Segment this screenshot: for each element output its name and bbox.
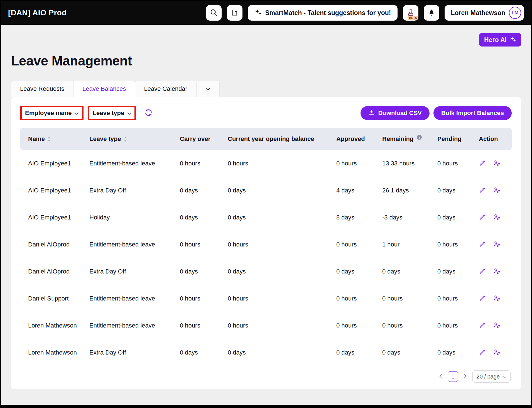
cell-remaining: 0 hours — [382, 322, 437, 329]
labs-button[interactable]: BETA — [403, 5, 418, 21]
cell-employee-name: Daniel AIOprod — [20, 241, 89, 248]
refresh-button[interactable] — [144, 108, 153, 118]
column-label: Pending — [437, 135, 462, 143]
adjust-user-balance-button[interactable] — [493, 295, 500, 302]
notifications-button[interactable] — [424, 5, 439, 21]
user-edit-icon — [493, 349, 500, 356]
hero-ai-row: Hero AI — [11, 25, 521, 47]
pencil-icon — [479, 268, 486, 275]
tab-leave-requests[interactable]: Leave Requests — [11, 80, 73, 97]
chevron-right-icon — [464, 374, 467, 379]
adjust-user-balance-button[interactable] — [493, 214, 500, 221]
smartmatch-banner-button[interactable]: SmartMatch - Talent suggestions for you! — [248, 5, 398, 21]
cell-employee-name: Daniel Support — [20, 295, 89, 302]
cell-opening-balance: 0 days — [228, 268, 336, 275]
cell-opening-balance: 0 days — [228, 187, 336, 194]
edit-balance-button[interactable] — [479, 160, 486, 167]
edit-balance-button[interactable] — [479, 241, 486, 248]
pencil-icon — [479, 322, 486, 329]
download-csv-button[interactable]: Download CSV — [361, 106, 430, 120]
cell-remaining: -3 days — [382, 214, 437, 221]
annotation-highlight-employee-name: Employee name — [20, 106, 84, 120]
edit-balance-button[interactable] — [479, 295, 486, 302]
cell-pending: 0 hours — [437, 241, 479, 248]
cell-leave-type: Entitlement-based leave — [89, 241, 180, 248]
adjust-user-balance-button[interactable] — [493, 268, 500, 275]
cell-action — [479, 295, 512, 302]
adjust-user-balance-button[interactable] — [493, 187, 500, 194]
employee-name-filter-dropdown[interactable]: Employee name — [25, 109, 79, 117]
cell-leave-type: Entitlement-based leave — [89, 160, 180, 167]
pagination: 1 20 / page — [20, 370, 512, 383]
bulk-import-balances-button[interactable]: Bulk Import Balances — [433, 106, 512, 120]
tab-leave-balances[interactable]: Leave Balances — [73, 80, 135, 97]
adjust-user-balance-button[interactable] — [493, 160, 500, 167]
edit-balance-button[interactable] — [479, 349, 486, 356]
cell-pending: 0 hours — [437, 295, 479, 302]
cell-leave-type: Extra Day Off — [89, 349, 180, 356]
table-row: Daniel Support Entitlement-based leave 0… — [20, 285, 512, 312]
column-label: Carry over — [180, 135, 210, 143]
avatar: LM — [509, 7, 521, 19]
cell-employee-name: Loren Mathewson — [20, 322, 89, 329]
cell-pending: 0 days — [437, 268, 479, 275]
cell-carry-over: 0 hours — [180, 295, 228, 302]
column-label: Leave type — [89, 135, 121, 143]
user-name: Loren Mathewson — [451, 9, 505, 17]
user-menu-button[interactable]: Loren Mathewson LM — [445, 5, 524, 21]
cell-leave-type: Extra Day Off — [89, 187, 180, 194]
hero-ai-button[interactable]: Hero AI — [479, 33, 521, 47]
tabs-overflow-button[interactable] — [196, 80, 220, 97]
info-icon[interactable] — [416, 135, 422, 140]
adjust-user-balance-button[interactable] — [493, 241, 500, 248]
chevron-left-icon — [439, 374, 442, 379]
cell-remaining: 13.33 hours — [382, 160, 437, 167]
cell-leave-type: Entitlement-based leave — [89, 322, 180, 329]
pencil-icon — [479, 160, 486, 167]
adjust-user-balance-button[interactable] — [493, 349, 500, 356]
leave-type-filter-label: Leave type — [93, 109, 124, 117]
column-header-action: Action — [479, 135, 512, 143]
adjust-user-balance-button[interactable] — [493, 322, 500, 329]
column-label: Name — [28, 135, 45, 143]
chevron-down-icon — [127, 109, 131, 117]
edit-balance-button[interactable] — [479, 214, 486, 221]
hero-ai-label: Hero AI — [484, 36, 507, 44]
column-label: Action — [479, 135, 498, 143]
prev-page-button[interactable] — [438, 373, 443, 380]
main-content: Hero AI Leave Management Leave Requests … — [1, 25, 531, 405]
app-title: [DAN] AIO Prod — [8, 8, 67, 17]
pencil-icon — [479, 187, 486, 194]
cell-remaining: 0 days — [382, 268, 437, 275]
leave-type-filter-dropdown[interactable]: Leave type — [93, 109, 131, 117]
page-size-select[interactable]: 20 / page — [472, 370, 511, 383]
table-body: AIO Employee1 Entitlement-based leave 0 … — [20, 150, 512, 366]
column-label: Approved — [336, 135, 365, 143]
edit-balance-button[interactable] — [479, 187, 486, 194]
cell-pending: 0 hours — [437, 322, 479, 329]
cell-action — [479, 160, 512, 167]
page-size-label: 20 / page — [477, 373, 500, 380]
cell-action — [479, 214, 512, 221]
user-edit-icon — [493, 214, 500, 221]
annotation-highlight-leave-type: Leave type — [88, 106, 136, 120]
cell-opening-balance: 0 days — [228, 214, 336, 221]
company-button[interactable] — [227, 5, 242, 21]
page-1-button[interactable]: 1 — [448, 371, 458, 382]
sort-icon[interactable] — [47, 136, 51, 142]
next-page-button[interactable] — [463, 373, 468, 380]
user-edit-icon — [493, 187, 500, 194]
column-label: Remaining — [382, 135, 413, 143]
cell-action — [479, 322, 512, 329]
tab-bar: Leave Requests Leave Balances Leave Cale… — [11, 80, 521, 97]
cell-employee-name: AIO Employee1 — [20, 160, 89, 167]
leave-balances-card: Employee name Leave type — [11, 97, 521, 389]
sort-icon[interactable] — [124, 136, 127, 142]
column-label: Current year opening balance — [228, 135, 314, 143]
cell-employee-name: Loren Mathewson — [20, 349, 89, 356]
tab-leave-calendar[interactable]: Leave Calendar — [135, 80, 197, 97]
edit-balance-button[interactable] — [479, 322, 486, 329]
search-button[interactable] — [206, 5, 222, 21]
cell-pending: 0 days — [437, 214, 479, 221]
edit-balance-button[interactable] — [479, 268, 486, 275]
